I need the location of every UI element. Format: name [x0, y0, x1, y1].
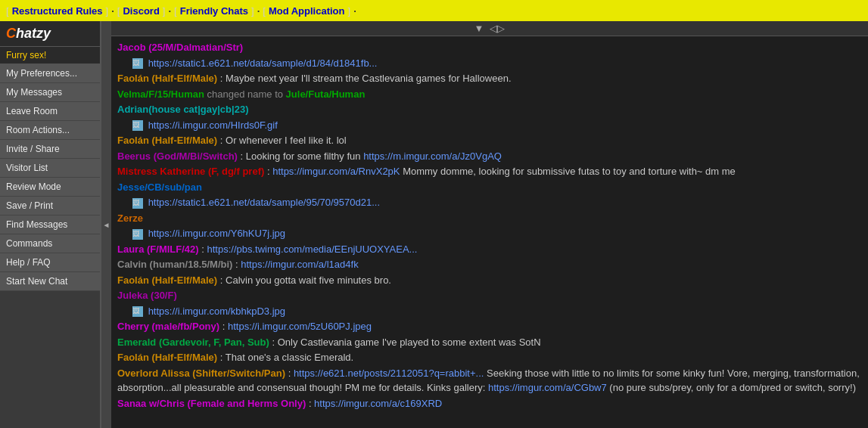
nav-arrows-icon: ◁▷	[490, 23, 505, 34]
user-name-laura: Laura (F/MILF/42)	[117, 243, 199, 255]
thumbnail-icon-adrian: 🖼	[132, 120, 143, 131]
find-messages-button[interactable]: Find Messages	[0, 216, 100, 234]
header-link-discord[interactable]: Discord	[123, 5, 159, 17]
chat-link-zerze[interactable]: https://i.imgur.com/Y6hKU7j.jpg	[148, 228, 285, 239]
chat-text-faolan-1: : Maybe next year I'll stream the Castle…	[220, 73, 512, 84]
chat-link-juleka[interactable]: https://i.imgur.com/kbhkpD3.jpg	[148, 305, 285, 317]
logo: Chatzy	[6, 26, 51, 41]
chat-line-zerze-header: Zerze	[117, 211, 862, 226]
chat-line-adrian-img: 🖼 https://i.imgur.com/HIrds0F.gif	[132, 118, 862, 133]
chat-line-jacob-header: Jacob (25/M/Dalmatian/Str)	[117, 40, 862, 55]
chat-line-overlord: Overlord Alissa (Shifter/Switch/Pan) : h…	[117, 366, 862, 395]
chat-line-adrian-header: Adrian(house cat|gay|cb|23)	[117, 102, 862, 117]
chat-line-juleka-img: 🖼 https://i.imgur.com/kbhkpD3.jpg	[132, 304, 862, 319]
nav-down-icon: ▼	[474, 23, 484, 34]
chat-line-emerald: Emerald (Gardevoir, F, Pan, Sub) : Only …	[117, 335, 862, 350]
chat-line-faolan-2: Faolán (Half-Elf/Male) : Or whenever I f…	[117, 133, 862, 148]
save-print-button[interactable]: Save / Print	[0, 197, 100, 216]
chat-link-overlord-2[interactable]: https://imgur.com/a/CGbw7	[488, 382, 607, 393]
chat-link-mistress[interactable]: https://imgur.com/a/RnvX2pK	[272, 166, 400, 177]
user-name-velma: Velma/F/15/Human	[117, 88, 204, 100]
chat-line-faolan-1: Faolán (Half-Elf/Male) : Maybe next year…	[117, 71, 862, 86]
commands-button[interactable]: Commands	[0, 234, 100, 253]
chat-line-cherry: Cherry (male/fb/Pony) : https://i.imgur.…	[117, 319, 862, 334]
help-faq-button[interactable]: Help / FAQ	[0, 253, 100, 272]
header-sep-2: ·	[168, 5, 171, 17]
user-name-faolan-4: Faolán (Half-Elf/Male)	[117, 352, 217, 363]
chat-line-name-change: Velma/F/15/Human changed name to Jule/Fu…	[117, 87, 862, 102]
header-sep-3: ·	[257, 5, 260, 17]
header-link-rules[interactable]: Restructured Rules	[12, 5, 103, 17]
chat-line-juleka-header: Juleka (30/F)	[117, 288, 862, 303]
my-preferences-button[interactable]: My Preferences...	[0, 64, 100, 83]
header-bracket-left4: [	[263, 5, 266, 17]
header-link-mod[interactable]: Mod Application	[269, 5, 345, 17]
chat-line-mistress: Mistress Katherine (F, dg/f pref) : http…	[117, 164, 862, 179]
user-name-sanaa: Sanaa w/Chris (Female and Herms Only)	[117, 398, 306, 409]
chat-scroll[interactable]: Jacob (25/M/Dalmatian/Str) 🖼 https://sta…	[111, 36, 868, 428]
chat-text-cherry-pre: :	[222, 321, 228, 332]
thumbnail-icon-zerze: 🖼	[132, 229, 143, 240]
chat-text-faolan-2: : Or whenever I feel like it. lol	[220, 135, 347, 146]
header-sep-1: ·	[111, 5, 114, 17]
user-name-faolan-1: Faolán (Half-Elf/Male)	[117, 73, 217, 84]
chat-line-sanaa: Sanaa w/Chris (Female and Herms Only) : …	[117, 396, 862, 411]
chat-line-beerus: Beerus (God/M/Bi/Switch) : Looking for s…	[117, 149, 862, 164]
thumbnail-icon-jesse: 🖼	[132, 198, 143, 209]
chat-link-calvin[interactable]: https://imgur.com/a/l1ad4fk	[241, 259, 358, 270]
user-name-cherry: Cherry (male/fb/Pony)	[117, 321, 219, 332]
collapse-sidebar-button[interactable]: ◄	[101, 21, 111, 428]
chat-text-overlord-pre: :	[288, 368, 294, 379]
user-name-overlord: Overlord Alissa (Shifter/Switch/Pan)	[117, 368, 285, 379]
chat-area: ▼ ◁▷ Jacob (25/M/Dalmatian/Str) 🖼 https:…	[111, 21, 868, 428]
main-area: Chatzy Furry sex! My Preferences... My M…	[0, 21, 868, 428]
chat-text-beerus: : Looking for some filthy fun	[241, 150, 364, 162]
invite-share-button[interactable]: Invite / Share	[0, 140, 100, 159]
user-name-zerze: Zerze	[117, 212, 143, 224]
header-bar: [Restructured Rules] · [Discord] · [Frie…	[0, 0, 868, 21]
user-name-jule: Jule/Futa/Human	[286, 88, 366, 100]
chat-link-overlord-1[interactable]: https://e621.net/posts/2112051?q=rabbit+…	[294, 368, 484, 379]
chat-line-laura: Laura (F/MILF/42) : https://pbs.twimg.co…	[117, 242, 862, 257]
user-name-beerus: Beerus (God/M/Bi/Switch)	[117, 150, 238, 162]
chat-link-laura[interactable]: https://pbs.twimg.com/media/EEnjUUOXYAEA…	[207, 243, 417, 255]
header-bracket-left2: [	[117, 5, 120, 17]
chat-link-cherry[interactable]: https://i.imgur.com/5zU60PJ.jpeg	[228, 321, 372, 332]
chat-text-faolan-3: : Calvin you gotta wait five minutes bro…	[220, 274, 391, 286]
sidebar: Chatzy Furry sex! My Preferences... My M…	[0, 21, 101, 428]
chat-link-sanaa[interactable]: https://imgur.com/a/c169XRD	[314, 398, 442, 409]
user-name-mistress: Mistress Katherine (F, dg/f pref)	[117, 166, 264, 177]
chat-line-faolan-3: Faolán (Half-Elf/Male) : Calvin you gott…	[117, 273, 862, 288]
user-name-calvin: Calvin (human/18.5/M/bi)	[117, 259, 232, 270]
chat-text-emerald: : Only Castlevania game I've played to s…	[272, 337, 540, 348]
user-name-jacob: Jacob (25/M/Dalmatian/Str)	[117, 42, 243, 53]
my-messages-button[interactable]: My Messages	[0, 83, 100, 102]
leave-room-button[interactable]: Leave Room	[0, 102, 100, 121]
thumbnail-icon-juleka: 🖼	[132, 306, 143, 317]
header-sep-4: ·	[353, 5, 356, 17]
room-actions-button[interactable]: Room Actions...	[0, 121, 100, 140]
start-new-chat-button[interactable]: Start New Chat	[0, 272, 100, 291]
chat-line-jacob-img: 🖼 https://static1.e621.net/data/sample/d…	[132, 56, 862, 71]
header-bracket-left3: [	[174, 5, 177, 17]
header-link-friendly[interactable]: Friendly Chats	[180, 5, 248, 17]
chat-text-mistress: Mommy domme, looking for submissive futa…	[403, 166, 736, 177]
user-name-jesse: Jesse/CB/sub/pan	[117, 181, 202, 193]
chat-link-jacob[interactable]: https://static1.e621.net/data/sample/d1/…	[148, 57, 378, 69]
user-name-faolan-2: Faolán (Half-Elf/Male)	[117, 135, 217, 146]
name-change-text: changed name to	[207, 88, 286, 100]
chat-line-jesse-header: Jesse/CB/sub/pan	[117, 180, 862, 195]
chat-line-zerze-img: 🖼 https://i.imgur.com/Y6hKU7j.jpg	[132, 226, 862, 241]
chat-link-beerus[interactable]: https://m.imgur.com/a/Jz0VgAQ	[363, 150, 502, 162]
thumbnail-icon: 🖼	[132, 58, 143, 69]
user-name-emerald: Emerald (Gardevoir, F, Pan, Sub)	[117, 337, 269, 348]
review-mode-button[interactable]: Review Mode	[0, 178, 100, 197]
chat-link-adrian[interactable]: https://i.imgur.com/HIrds0F.gif	[148, 119, 278, 131]
logo-area: Chatzy	[0, 21, 100, 47]
chat-text-faolan-4: : That one's a classic Emerald.	[220, 352, 353, 363]
chat-link-jesse[interactable]: https://static1.e621.net/data/sample/95/…	[148, 197, 380, 208]
visitor-list-button[interactable]: Visitor List	[0, 159, 100, 178]
chat-line-jesse-img: 🖼 https://static1.e621.net/data/sample/9…	[132, 195, 862, 210]
user-name-juleka: Juleka (30/F)	[117, 290, 177, 301]
user-name-adrian: Adrian(house cat|gay|cb|23)	[117, 104, 248, 115]
